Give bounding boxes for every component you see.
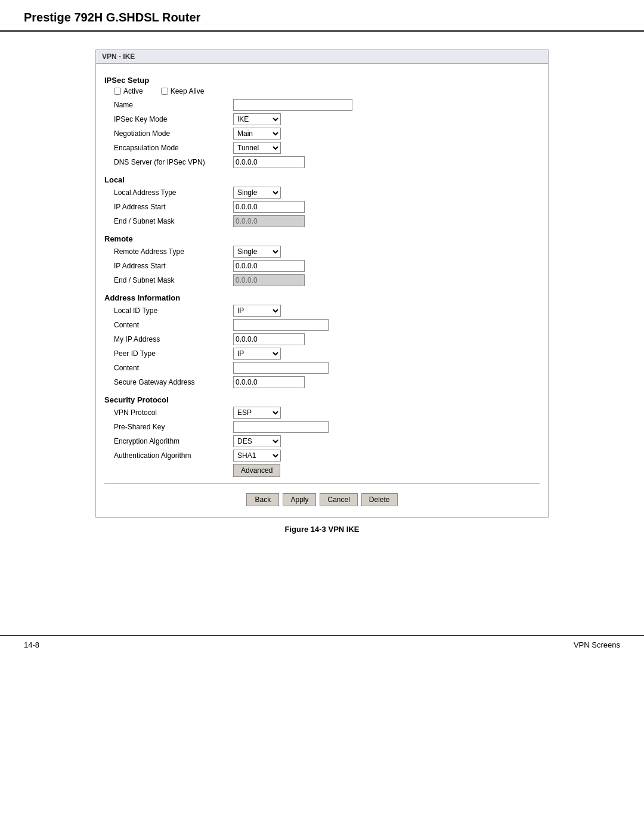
auth-algo-select[interactable]: SHA1 MD5: [233, 450, 281, 462]
pre-shared-key-input[interactable]: [233, 421, 329, 433]
keep-alive-label: Keep Alive: [171, 87, 205, 95]
figure-caption: Figure 14-3 VPN IKE: [95, 525, 549, 534]
security-protocol-title: Security Protocol: [104, 395, 540, 404]
vpn-protocol-select[interactable]: ESP AH: [233, 407, 281, 419]
peer-id-type-select[interactable]: IP DNS E-mail: [233, 348, 281, 360]
remote-ip-start-input[interactable]: [233, 260, 305, 272]
remote-ip-start-label: IP Address Start: [114, 262, 233, 270]
vpn-protocol-row: VPN Protocol ESP AH: [104, 407, 540, 419]
cancel-button[interactable]: Cancel: [320, 493, 357, 506]
negotiation-mode-select[interactable]: Main Aggressive: [233, 128, 281, 140]
local-end-mask-label: End / Subnet Mask: [114, 217, 233, 225]
footer-right: VPN Screens: [574, 640, 620, 649]
remote-title: Remote: [104, 234, 540, 243]
name-label: Name: [114, 101, 233, 109]
local-address-type-label: Local Address Type: [114, 188, 233, 197]
local-end-mask-row: End / Subnet Mask: [104, 215, 540, 227]
active-checkbox-item: Active: [114, 87, 143, 95]
panel-header: VPN - IKE: [96, 50, 548, 64]
vpn-protocol-label: VPN Protocol: [114, 408, 233, 417]
my-ip-label: My IP Address: [114, 335, 233, 343]
secure-gw-input[interactable]: [233, 376, 305, 388]
negotiation-mode-label: Negotiation Mode: [114, 129, 233, 138]
content1-input[interactable]: [233, 319, 329, 331]
ipsec-key-mode-label: IPSec Key Mode: [114, 115, 233, 123]
encryption-algo-row: Encryption Algorithm DES 3DES AES: [104, 435, 540, 447]
name-input[interactable]: [233, 99, 352, 111]
back-button[interactable]: Back: [246, 493, 279, 506]
pre-shared-key-row: Pre-Shared Key: [104, 421, 540, 433]
pre-shared-key-label: Pre-Shared Key: [114, 423, 233, 431]
negotiation-mode-row: Negotiation Mode Main Aggressive: [104, 128, 540, 140]
dns-server-input[interactable]: [233, 156, 305, 168]
encryption-algo-label: Encryption Algorithm: [114, 437, 233, 445]
auth-algo-label: Authentication Algorithm: [114, 451, 233, 460]
divider: [104, 483, 540, 484]
content1-row: Content: [104, 319, 540, 331]
remote-end-mask-input[interactable]: [233, 274, 305, 286]
remote-address-type-row: Remote Address Type Single Range Subnet: [104, 246, 540, 258]
content2-label: Content: [114, 364, 233, 372]
my-ip-input[interactable]: [233, 333, 305, 345]
page-title: Prestige 792H G.SHDSL Router: [24, 11, 200, 24]
advanced-button[interactable]: Advanced: [233, 464, 280, 477]
content2-row: Content: [104, 362, 540, 374]
local-ip-start-row: IP Address Start: [104, 201, 540, 213]
main-content: VPN - IKE IPSec Setup Active Keep Alive: [0, 32, 644, 552]
keep-alive-checkbox[interactable]: [161, 88, 168, 95]
content1-label: Content: [114, 321, 233, 329]
local-id-type-row: Local ID Type IP DNS E-mail: [104, 305, 540, 317]
remote-address-type-label: Remote Address Type: [114, 247, 233, 256]
vpn-ike-panel: VPN - IKE IPSec Setup Active Keep Alive: [95, 49, 549, 518]
page-wrapper: Prestige 792H G.SHDSL Router VPN - IKE I…: [0, 0, 644, 833]
encapsulation-mode-row: Encapsulation Mode Tunnel Transport: [104, 142, 540, 154]
active-checkbox[interactable]: [114, 88, 121, 95]
header-bar: Prestige 792H G.SHDSL Router: [0, 0, 644, 32]
local-id-type-select[interactable]: IP DNS E-mail: [233, 305, 281, 317]
delete-button[interactable]: Delete: [361, 493, 398, 506]
encryption-algo-select[interactable]: DES 3DES AES: [233, 435, 281, 447]
auth-algo-row: Authentication Algorithm SHA1 MD5: [104, 450, 540, 462]
ipsec-key-mode-select[interactable]: IKE Manual: [233, 113, 281, 125]
content2-input[interactable]: [233, 362, 329, 374]
local-ip-start-label: IP Address Start: [114, 203, 233, 211]
local-ip-start-input[interactable]: [233, 201, 305, 213]
peer-id-type-row: Peer ID Type IP DNS E-mail: [104, 348, 540, 360]
keep-alive-checkbox-item: Keep Alive: [161, 87, 205, 95]
ipsec-key-mode-row: IPSec Key Mode IKE Manual: [104, 113, 540, 125]
address-info-title: Address Information: [104, 293, 540, 302]
active-keepalive-row: Active Keep Alive: [104, 87, 540, 95]
local-title: Local: [104, 175, 540, 184]
remote-end-mask-row: End / Subnet Mask: [104, 274, 540, 286]
panel-body: IPSec Setup Active Keep Alive Name: [96, 64, 548, 517]
footer-left: 14-8: [24, 640, 39, 649]
secure-gw-label: Secure Gateway Address: [114, 378, 233, 386]
local-end-mask-input[interactable]: [233, 215, 305, 227]
apply-button[interactable]: Apply: [283, 493, 316, 506]
local-address-type-row: Local Address Type Single Range Subnet: [104, 187, 540, 199]
remote-address-type-select[interactable]: Single Range Subnet: [233, 246, 281, 258]
active-label: Active: [123, 87, 143, 95]
encapsulation-mode-select[interactable]: Tunnel Transport: [233, 142, 281, 154]
secure-gw-row: Secure Gateway Address: [104, 376, 540, 388]
dns-server-row: DNS Server (for IPSec VPN): [104, 156, 540, 168]
footer-bar: 14-8 VPN Screens: [0, 635, 644, 654]
encapsulation-mode-label: Encapsulation Mode: [114, 144, 233, 152]
name-row: Name: [104, 99, 540, 111]
remote-end-mask-label: End / Subnet Mask: [114, 276, 233, 284]
action-buttons-row: Back Apply Cancel Delete: [104, 488, 540, 509]
remote-ip-start-row: IP Address Start: [104, 260, 540, 272]
advanced-row: Advanced: [104, 464, 540, 477]
peer-id-type-label: Peer ID Type: [114, 349, 233, 358]
my-ip-row: My IP Address: [104, 333, 540, 345]
local-address-type-select[interactable]: Single Range Subnet: [233, 187, 281, 199]
dns-server-label: DNS Server (for IPSec VPN): [114, 158, 233, 166]
ipsec-setup-title: IPSec Setup: [104, 76, 540, 85]
local-id-type-label: Local ID Type: [114, 306, 233, 315]
